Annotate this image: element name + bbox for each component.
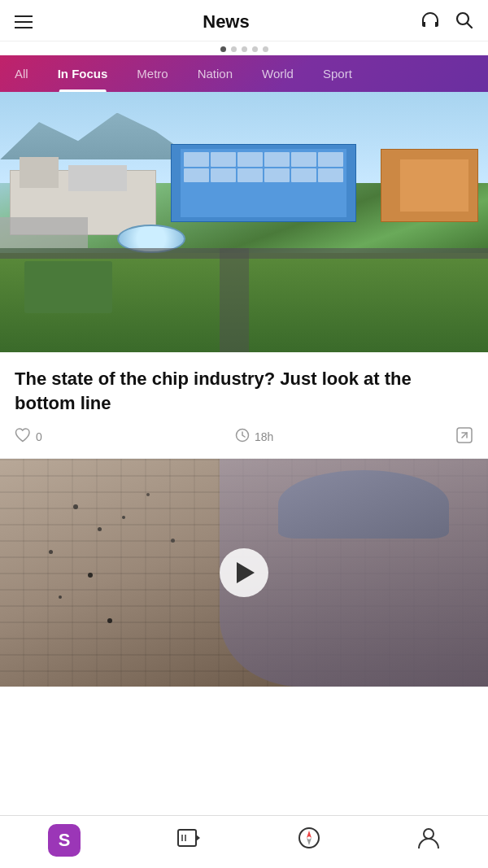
header-actions	[420, 10, 473, 34]
svg-rect-5	[178, 830, 196, 846]
article1-content: The state of the chip industry? Just loo…	[0, 352, 488, 458]
video-icon	[176, 827, 201, 855]
page-dots	[0, 41, 488, 55]
svg-line-4	[462, 433, 467, 438]
dot-5[interactable]	[263, 46, 268, 52]
dot-4[interactable]	[252, 46, 258, 52]
share-button[interactable]	[455, 426, 473, 447]
article1-likes[interactable]: 0	[15, 428, 235, 446]
article2-image[interactable]	[0, 459, 488, 687]
tab-nation[interactable]: Nation	[183, 55, 247, 92]
article1-title[interactable]: The state of the chip industry? Just loo…	[15, 367, 473, 415]
tab-all[interactable]: All	[0, 55, 43, 92]
article1-meta: 0 18h	[15, 426, 473, 447]
dot-3[interactable]	[242, 46, 247, 52]
video-play-button[interactable]	[220, 548, 268, 597]
search-icon[interactable]	[454, 10, 473, 34]
svg-line-1	[467, 24, 472, 28]
bottom-navigation: S	[0, 815, 488, 868]
person-icon	[417, 826, 440, 856]
article1-image[interactable]	[0, 92, 488, 352]
menu-button[interactable]	[15, 15, 33, 28]
article1-time-value: 18h	[255, 430, 273, 443]
tab-sport[interactable]: Sport	[308, 55, 367, 92]
tab-world[interactable]: World	[247, 55, 308, 92]
headphone-icon[interactable]	[420, 11, 441, 33]
tab-metro[interactable]: Metro	[122, 55, 182, 92]
dot-2[interactable]	[231, 46, 237, 52]
article1-like-count: 0	[36, 430, 42, 443]
svg-marker-10	[307, 838, 312, 845]
smartnews-icon: S	[48, 824, 81, 857]
category-tabs: All In Focus Metro Nation World Sport	[0, 55, 488, 92]
dot-1[interactable]	[220, 46, 226, 52]
clock-icon	[235, 428, 250, 446]
app-header: News	[0, 0, 488, 41]
page-title: News	[203, 11, 249, 33]
tab-in-focus[interactable]: In Focus	[43, 55, 123, 92]
heart-icon	[15, 428, 31, 446]
svg-marker-9	[307, 831, 312, 838]
svg-point-11	[424, 829, 434, 839]
nav-compass[interactable]	[297, 826, 321, 856]
nav-smartnews[interactable]: S	[48, 824, 81, 857]
compass-icon	[297, 826, 321, 856]
article1-time: 18h	[235, 428, 455, 446]
nav-profile[interactable]	[417, 826, 440, 856]
nav-video[interactable]	[176, 827, 201, 855]
